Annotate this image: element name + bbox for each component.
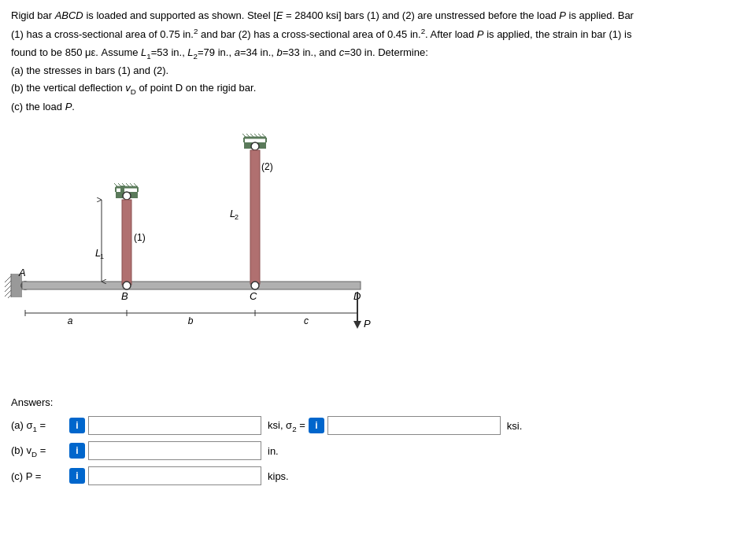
rigid-bar <box>22 282 361 289</box>
problem-line2: (1) has a cross-sectional area of 0.75 i… <box>11 25 740 42</box>
pin-C <box>251 282 259 289</box>
answers-section: Answers: (a) σ1 = i ksi, σ2 = i ksi. (b)… <box>11 396 740 485</box>
answer-b-unit: in. <box>268 445 279 457</box>
problem-line4c: (c) the load P. <box>11 99 740 115</box>
label-C: C <box>250 290 257 302</box>
info-button-a2[interactable]: i <box>309 418 324 433</box>
answer-a2-unit: ksi. <box>507 420 523 432</box>
answer-b-label: (b) vD = <box>11 444 66 459</box>
label-L1-sub: 1 <box>100 252 104 260</box>
info-button-a1[interactable]: i <box>69 418 85 433</box>
label-b: b <box>188 315 194 326</box>
answer-row-a: (a) σ1 = i ksi, σ2 = i ksi. <box>11 416 740 435</box>
answer-a1-input[interactable] <box>88 416 261 435</box>
answer-a2-input[interactable] <box>327 416 501 435</box>
bar2-body <box>250 150 260 284</box>
label-bar2: (2) <box>261 161 273 172</box>
answer-c-input[interactable] <box>88 466 261 485</box>
info-button-b[interactable]: i <box>69 443 85 459</box>
bar1-body <box>122 200 131 285</box>
answers-label: Answers: <box>11 396 740 408</box>
answer-c-unit: kips. <box>268 470 289 482</box>
answer-row-b: (b) vD = i in. <box>11 441 740 460</box>
label-c: c <box>304 315 309 326</box>
svg-line-5 <box>8 295 11 298</box>
answer-b-input[interactable] <box>88 441 261 460</box>
label-B: B <box>121 290 128 302</box>
problem-description: Rigid bar ABCD is loaded and supported a… <box>11 8 740 115</box>
answer-row-c: (c) P = i kips. <box>11 466 740 485</box>
problem-line4a: (a) the stresses in bars (1) and (2). <box>11 63 740 79</box>
label-L2-sub: 2 <box>235 213 239 221</box>
label-a: a <box>68 315 73 326</box>
P-arrow-head <box>353 321 361 329</box>
label-P: P <box>364 318 371 330</box>
problem-line3: found to be 850 με. Assume L1=53 in., L2… <box>11 45 740 62</box>
pin-bar2-top <box>251 142 259 150</box>
problem-line4b: (b) the vertical deflection vD of point … <box>11 80 740 98</box>
label-A: A <box>18 267 26 278</box>
info-button-c[interactable]: i <box>69 468 85 484</box>
pin-bar1-top <box>123 192 131 200</box>
answer-a1-unit: ksi, σ2 = <box>268 419 305 433</box>
answer-a-label: (a) σ1 = <box>11 419 66 433</box>
answer-c-label: (c) P = <box>11 470 66 482</box>
diagram: A B L 1 (1) <box>11 123 740 382</box>
problem-line1: Rigid bar ABCD is loaded and supported a… <box>11 8 740 24</box>
label-bar1: (1) <box>134 232 146 243</box>
pin-B <box>123 282 131 289</box>
